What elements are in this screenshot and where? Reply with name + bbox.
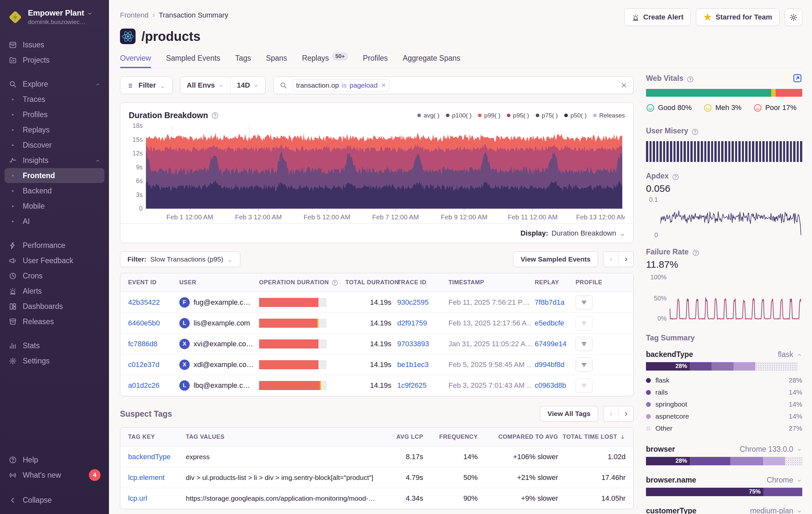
sidebar-item-replays[interactable]: Replays (4, 122, 105, 137)
help-icon[interactable] (211, 112, 219, 119)
legend-item-p100[interactable]: p100( ) (446, 112, 471, 119)
trace-id-link[interactable]: be1b1ec3 (397, 360, 446, 369)
sidebar-item-explore[interactable]: Explore (4, 77, 105, 91)
sidebar-item-releases[interactable]: Releases (4, 314, 105, 329)
chart-legend: avg( )p100( )p99( )p95( )p75( )p50( )Rel… (417, 112, 625, 119)
transactions-filter-button[interactable]: Filter: Slow Transactions (p95) (120, 251, 240, 267)
trace-id-link[interactable]: 97033893 (397, 340, 446, 348)
help-icon[interactable] (687, 75, 694, 82)
sidebar-item-discover[interactable]: Discover (4, 138, 105, 153)
search-token[interactable]: transaction.op is pageload ✕ (292, 79, 390, 91)
legend-item-p99[interactable]: p99( ) (478, 112, 500, 119)
prev-page-button[interactable] (604, 252, 618, 267)
sidebar-item-help[interactable]: Help (4, 452, 105, 467)
profile-button[interactable] (576, 337, 592, 351)
timestamp: Feb 3, 2025 7:01:43 AM … (448, 381, 532, 390)
view-sampled-events-button[interactable]: View Sampled Events (513, 251, 598, 267)
profile-button[interactable] (576, 378, 592, 393)
help-icon[interactable] (692, 248, 699, 256)
tag-key-link[interactable]: backendType (128, 453, 183, 461)
profile-button[interactable] (576, 358, 592, 372)
date-range-selector[interactable]: 14D (230, 77, 265, 94)
chevron-down-icon[interactable] (619, 230, 626, 236)
apdex-title: Apdex (646, 172, 669, 181)
starred-for-team-button[interactable]: ★Starred for Team (696, 8, 780, 26)
legend-item-p75[interactable]: p75( ) (536, 112, 558, 119)
tag-group-selector[interactable]: Chrome (766, 476, 802, 485)
search-input[interactable]: transaction.op is pageload ✕ (273, 77, 634, 94)
legend-item-p50[interactable]: p50( ) (564, 112, 587, 119)
alert-bell-icon (632, 13, 639, 21)
trace-id-link[interactable]: 930c2595 (397, 298, 446, 307)
column-header-total-time-lost[interactable]: TOTAL TIME LOST (561, 434, 626, 440)
breadcrumb-project[interactable]: Frontend (120, 11, 148, 20)
tab-profiles[interactable]: Profiles (363, 54, 388, 68)
sidebar-item-user-feedback[interactable]: User Feedback (4, 253, 105, 268)
sidebar-item-what-s-new[interactable]: What's new4 (4, 468, 105, 483)
tag-key-link[interactable]: lcp.element (128, 474, 183, 482)
org-switcher[interactable]: Empower Plant dominik.buszowiec… (4, 8, 105, 28)
sidebar-item-profiles[interactable]: Profiles (4, 107, 105, 122)
event-id-link[interactable]: 42b35422 (128, 298, 177, 307)
replay-link[interactable]: e5edbcfe (535, 319, 573, 327)
open-in-new-icon[interactable] (792, 73, 802, 83)
trace-id-link[interactable]: d2f91759 (397, 319, 446, 327)
replay-link[interactable]: 7f8b7d1a (535, 298, 573, 307)
sidebar-item-dashboards[interactable]: Dashboards (4, 299, 105, 314)
sidebar-item-performance[interactable]: Performance (4, 238, 105, 253)
sidebar-item-backend[interactable]: Backend (4, 183, 105, 198)
create-alert-button[interactable]: Create Alert (624, 8, 691, 26)
view-all-tags-button[interactable]: View All Tags (540, 406, 598, 422)
token-remove-icon[interactable]: ✕ (380, 82, 386, 89)
duration-breakdown-chart[interactable]: 03s6s9s12s15s18sFeb 1 12:00 AMFeb 3 12:0… (129, 123, 625, 222)
sidebar-item-alerts[interactable]: Alerts (4, 283, 105, 299)
search-clear-icon[interactable] (620, 82, 628, 89)
legend-item-p95[interactable]: p95( ) (507, 112, 529, 119)
settings-button[interactable] (785, 8, 802, 26)
trace-id-link[interactable]: 1c9f2625 (397, 381, 446, 390)
profile-button[interactable] (576, 295, 592, 309)
sidebar-item-projects[interactable]: Projects (4, 53, 105, 67)
replay-link[interactable]: 67499e14 (535, 340, 573, 348)
tag-key-link[interactable]: lcp.url (128, 494, 183, 503)
replay-link[interactable]: d994bf8d (535, 360, 573, 369)
legend-item-releases[interactable]: Releases (593, 112, 625, 119)
tab-aggregate-spans[interactable]: Aggregate Spans (403, 54, 461, 68)
sidebar-item-crons[interactable]: Crons (4, 268, 105, 283)
help-icon[interactable] (672, 172, 679, 180)
event-id-link[interactable]: a01d2c26 (128, 381, 177, 390)
tab-bar: OverviewSampled EventsTagsSpansReplays50… (120, 54, 802, 68)
profile-button[interactable] (576, 316, 592, 330)
sidebar-item-ai[interactable]: AI (4, 214, 105, 229)
sidebar-item-frontend[interactable]: Frontend (4, 168, 105, 183)
tag-group-selector[interactable]: Chrome 133.0.0 (740, 445, 802, 454)
tab-sampled-events[interactable]: Sampled Events (166, 54, 220, 68)
next-page-button[interactable] (618, 406, 633, 421)
legend-item-avg[interactable]: avg( ) (417, 112, 439, 119)
environment-selector[interactable]: All Envs (180, 77, 230, 94)
help-icon[interactable] (331, 279, 338, 286)
sidebar-item-traces[interactable]: Traces (4, 92, 105, 107)
display-selector[interactable]: Duration Breakdown (552, 229, 616, 238)
tab-spans[interactable]: Spans (266, 54, 287, 68)
tag-group-selector[interactable]: flask (778, 350, 802, 359)
help-icon[interactable] (691, 127, 699, 135)
sidebar-item-mobile[interactable]: Mobile (4, 198, 105, 214)
sidebar-item-settings[interactable]: Settings (4, 353, 105, 368)
tab-replays[interactable]: Replays50+ (302, 54, 348, 68)
next-page-button[interactable] (618, 252, 633, 267)
prev-page-button[interactable] (604, 406, 618, 421)
sidebar-item-issues[interactable]: Issues (4, 37, 105, 52)
sidebar-item-collapse[interactable]: Collapse (4, 493, 105, 508)
sidebar-item-insights[interactable]: Insights (4, 153, 105, 168)
tab-tags[interactable]: Tags (235, 54, 251, 68)
replay-link[interactable]: c0963d8b (535, 381, 573, 390)
tag-group-selector[interactable]: medium-plan (750, 507, 802, 514)
filter-button[interactable]: Filter (120, 77, 173, 94)
event-id-link[interactable]: fc7886d8 (128, 340, 177, 348)
event-id-link[interactable]: 6460e5b0 (128, 319, 177, 327)
event-id-link[interactable]: c012e37d (128, 360, 177, 369)
tab-overview[interactable]: Overview (120, 54, 151, 68)
tag-legend-percent: 28% (789, 376, 802, 384)
sidebar-item-stats[interactable]: Stats (4, 338, 105, 353)
